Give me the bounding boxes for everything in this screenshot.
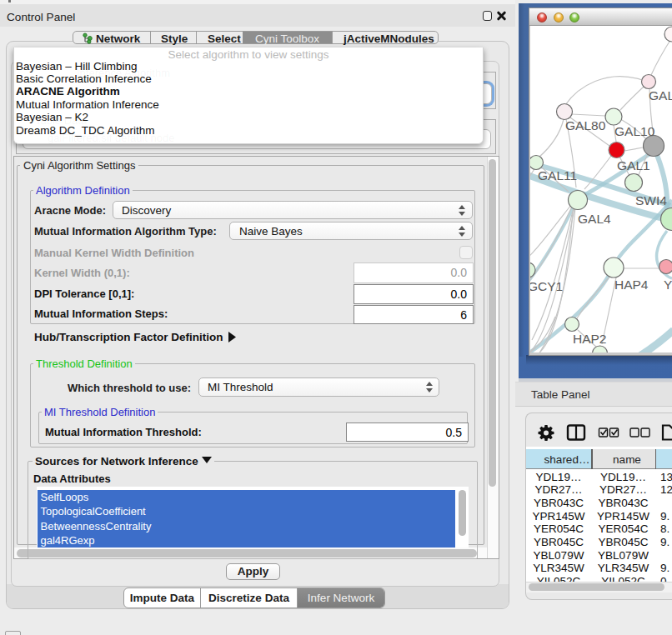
svg-text:GAL4: GAL4 <box>578 212 611 226</box>
svg-text:GAL11: GAL11 <box>538 168 577 182</box>
svg-text:GCY1: GCY1 <box>530 279 563 293</box>
svg-text:SWI4: SWI4 <box>635 193 667 208</box>
svg-text:HAP2: HAP2 <box>573 332 607 346</box>
svg-text:GAL2: GAL2 <box>649 88 672 102</box>
svg-text:YB: YB <box>664 278 672 292</box>
svg-text:GAL10: GAL10 <box>614 124 655 138</box>
svg-text:GAL80: GAL80 <box>565 118 606 132</box>
svg-text:HAP4: HAP4 <box>614 278 649 292</box>
svg-text:GAL1: GAL1 <box>617 158 650 172</box>
